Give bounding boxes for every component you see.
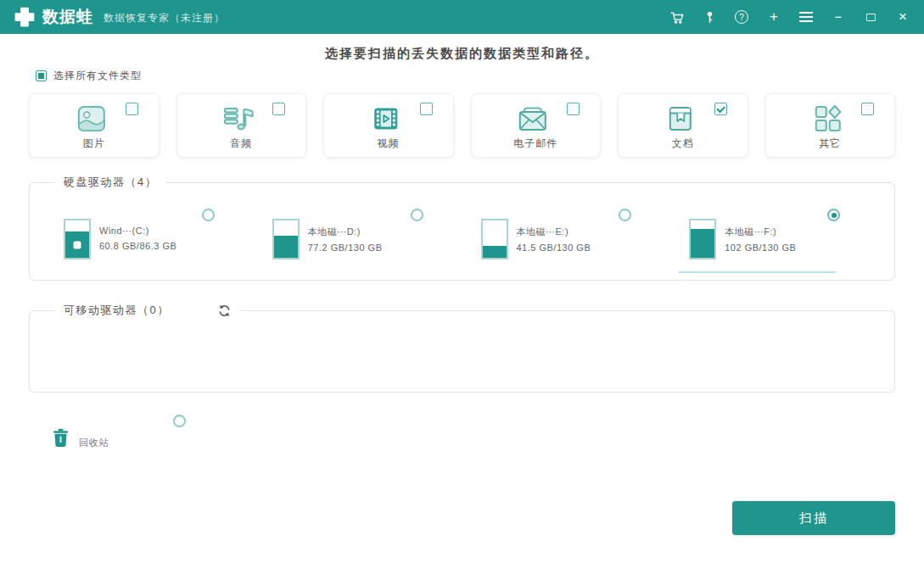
windows-logo-icon	[74, 241, 81, 248]
file-type-label: 图片	[30, 137, 159, 151]
drive-item-d[interactable]: 本地磁⋯D:) 77.2 GB/130 GB	[254, 207, 462, 266]
drive-item-c[interactable]: Wind⋯(C:) 60.8 GB/86.3 GB	[45, 207, 254, 266]
drive-name: Wind⋯(C:)	[99, 226, 176, 237]
recycle-bin-icon	[53, 428, 69, 451]
page-title: 选择要扫描的丢失数据的数据类型和路径。	[29, 46, 895, 62]
drive-capacity: 60.8 GB/86.3 GB	[99, 241, 176, 251]
video-icon	[369, 102, 403, 136]
file-type-card-audio[interactable]: 音频	[176, 93, 307, 158]
file-type-cards: 图片 音频 视频 电子邮件	[29, 93, 895, 158]
drive-usage-icon	[64, 219, 91, 259]
drive-radio-e[interactable]	[619, 209, 631, 221]
hard-drives-section: 硬盘驱动器（4） Wind⋯(C:) 60.8 GB/86.3 GB	[29, 175, 895, 281]
file-type-label: 文档	[619, 137, 748, 151]
select-all-label: 选择所有文件类型	[53, 69, 142, 83]
file-type-checkbox-video[interactable]	[420, 103, 433, 115]
drive-radio-d[interactable]	[411, 209, 423, 221]
drive-capacity: 41.5 GB/130 GB	[517, 242, 591, 253]
minimize-icon[interactable]: −	[831, 9, 846, 25]
drive-name: 本地磁⋯F:)	[725, 226, 796, 238]
email-icon	[516, 102, 550, 136]
recycle-bin-item[interactable]: 回收站	[53, 415, 256, 462]
file-type-card-documents[interactable]: 文档	[618, 93, 748, 158]
drive-usage-icon	[689, 219, 716, 259]
cart-icon[interactable]	[669, 9, 685, 25]
drive-radio-c[interactable]	[202, 209, 215, 221]
titlebar: 数据蛙 数据恢复专家（未注册） ? + − ×	[0, 0, 924, 34]
menu-icon[interactable]	[798, 9, 814, 25]
titlebar-buttons: ? + − ×	[669, 9, 910, 25]
drive-list: Wind⋯(C:) 60.8 GB/86.3 GB 本地磁⋯D:) 77.2 G…	[45, 207, 879, 266]
file-type-checkbox-other[interactable]	[861, 103, 874, 115]
register-key-icon[interactable]	[702, 9, 717, 25]
file-type-label: 音频	[177, 137, 306, 151]
file-type-checkbox-documents[interactable]	[714, 103, 727, 115]
file-type-checkbox-audio[interactable]	[272, 103, 285, 115]
file-type-card-video[interactable]: 视频	[323, 93, 454, 158]
drive-name: 本地磁⋯D:)	[308, 226, 383, 238]
recycle-bin-label: 回收站	[79, 437, 109, 451]
removable-drives-section: 可移动驱动器（0）	[29, 303, 895, 393]
drive-item-e[interactable]: 本地磁⋯E:) 41.5 GB/130 GB	[462, 207, 671, 266]
drive-usage-icon	[481, 219, 508, 259]
help-icon[interactable]: ?	[734, 9, 749, 25]
main-panel: 选择要扫描的丢失数据的数据类型和路径。 选择所有文件类型 图片 音频 视频	[0, 46, 924, 535]
restore-window-icon[interactable]	[863, 9, 878, 25]
file-type-card-other[interactable]: 其它	[765, 93, 896, 158]
file-type-card-images[interactable]: 图片	[29, 93, 160, 158]
file-type-label: 电子邮件	[472, 137, 601, 151]
recycle-bin-radio[interactable]	[173, 415, 186, 427]
app-name: 数据蛙	[42, 6, 93, 28]
app-logo-cross-icon	[14, 6, 36, 28]
select-all-checkbox[interactable]	[36, 70, 47, 81]
drive-capacity: 77.2 GB/130 GB	[308, 242, 383, 253]
other-icon	[810, 102, 844, 136]
close-icon[interactable]: ×	[895, 9, 910, 25]
removable-drives-legend: 可移动驱动器（0）	[64, 303, 170, 318]
app-subtitle: 数据恢复专家（未注册）	[104, 11, 225, 25]
document-icon	[664, 102, 697, 136]
footer: 扫描	[29, 501, 895, 535]
hard-drives-legend: 硬盘驱动器（4）	[64, 175, 157, 190]
drive-capacity: 102 GB/130 GB	[725, 242, 796, 253]
file-type-card-email[interactable]: 电子邮件	[471, 93, 602, 158]
file-type-label: 视频	[324, 137, 453, 151]
add-icon[interactable]: +	[766, 9, 781, 25]
drive-name: 本地磁⋯E:)	[517, 226, 591, 238]
select-all-file-types[interactable]: 选择所有文件类型	[36, 69, 895, 83]
drive-usage-icon	[272, 219, 300, 259]
file-type-checkbox-images[interactable]	[126, 103, 138, 115]
drive-item-f[interactable]: 本地磁⋯F:) 102 GB/130 GB	[670, 207, 879, 266]
refresh-icon[interactable]	[217, 304, 232, 318]
file-type-label: 其它	[766, 137, 895, 151]
audio-icon	[221, 102, 255, 136]
scan-button[interactable]: 扫描	[732, 501, 895, 535]
file-type-checkbox-email[interactable]	[567, 103, 580, 115]
drive-radio-f[interactable]	[827, 209, 840, 221]
image-icon	[75, 102, 109, 136]
